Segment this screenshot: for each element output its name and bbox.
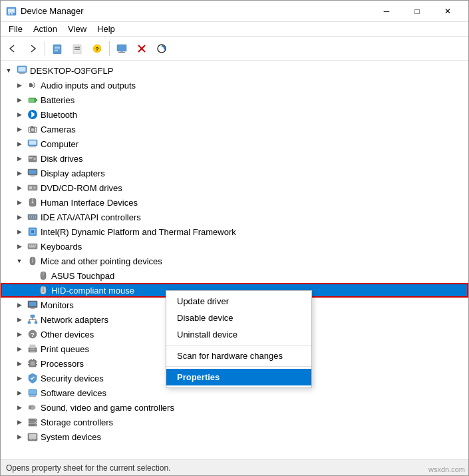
tree-item-display[interactable]: ▶ Display adapters xyxy=(1,166,468,180)
tree-item-system[interactable]: ▶ System devices xyxy=(1,429,468,444)
context-update-driver[interactable]: Update driver xyxy=(166,293,311,310)
tree-item-storage[interactable]: ▶ Storage controllers xyxy=(1,415,468,429)
expand-mice[interactable]: ▼ xyxy=(14,256,25,266)
svg-rect-38 xyxy=(29,157,33,158)
expand-other[interactable]: ▶ xyxy=(14,329,25,340)
svg-rect-23 xyxy=(19,73,25,73)
expand-root[interactable]: ▼ xyxy=(3,65,14,76)
tree-item-storage-label: Storage controllers xyxy=(41,417,113,427)
forward-button[interactable] xyxy=(23,39,42,58)
svg-rect-78 xyxy=(28,322,31,324)
expand-intel[interactable]: ▶ xyxy=(14,226,25,237)
monitors-icon xyxy=(27,300,38,310)
svg-rect-95 xyxy=(36,364,37,365)
device-tree[interactable]: ▼ DESKTOP-O3FGFLP ▶ xyxy=(1,61,468,459)
expand-cameras[interactable]: ▶ xyxy=(14,124,25,134)
expand-computer[interactable]: ▶ xyxy=(14,138,25,149)
svg-rect-111 xyxy=(33,439,35,440)
svg-rect-77 xyxy=(31,315,35,318)
expand-storage[interactable]: ▶ xyxy=(14,417,25,427)
close-button[interactable]: ✕ xyxy=(432,1,463,22)
context-disable-device[interactable]: Disable device xyxy=(166,310,311,326)
expand-processor[interactable]: ▶ xyxy=(14,358,25,369)
security-icon xyxy=(27,373,38,383)
tree-item-sound[interactable]: ▶ Sound, video and game controllers xyxy=(1,400,468,415)
svg-rect-97 xyxy=(33,359,35,360)
expand-disk[interactable]: ▶ xyxy=(14,153,25,164)
tree-item-batteries[interactable]: ▶ Batteries xyxy=(1,93,468,107)
tree-item-root-label: DESKTOP-O3FGFLP xyxy=(30,66,113,76)
expand-monitors[interactable]: ▶ xyxy=(14,300,25,310)
expand-print[interactable]: ▶ xyxy=(14,344,25,354)
context-scan-hardware[interactable]: Scan for hardware changes xyxy=(166,348,311,364)
context-uninstall-device[interactable]: Uninstall device xyxy=(166,326,311,343)
update-driver-toolbar-button[interactable] xyxy=(68,39,86,58)
menu-bar: File Action View Help xyxy=(1,22,468,37)
expand-display[interactable]: ▶ xyxy=(14,168,25,178)
tree-item-bluetooth[interactable]: ▶ Bluetooth xyxy=(1,107,468,122)
tree-item-computer[interactable]: ▶ Computer xyxy=(1,136,468,151)
tree-item-asus-touchpad[interactable]: ▶ ASUS Touchpad xyxy=(1,268,468,283)
computer-toolbar-button[interactable] xyxy=(112,39,131,58)
help-toolbar-button[interactable]: ? xyxy=(88,39,106,58)
svg-rect-87 xyxy=(30,345,35,348)
tree-item-dvd[interactable]: ▶ DVD/CD-ROM drives xyxy=(1,180,468,195)
tree-item-audio[interactable]: ▶ Audio inputs and outputs xyxy=(1,78,468,93)
svg-rect-109 xyxy=(29,434,37,439)
expand-batteries[interactable]: ▶ xyxy=(14,95,25,105)
audio-icon xyxy=(27,80,38,91)
scan-toolbar-button[interactable] xyxy=(152,39,171,58)
tree-item-mice[interactable]: ▼ Mice and other pointing devices xyxy=(1,254,468,268)
menu-action[interactable]: Action xyxy=(28,23,63,35)
computer-item-icon xyxy=(27,138,38,149)
svg-rect-35 xyxy=(29,146,36,147)
tree-item-hid-label: Human Interface Devices xyxy=(41,198,138,208)
context-properties[interactable]: Properties xyxy=(166,369,311,385)
expand-keyboards[interactable]: ▶ xyxy=(14,241,25,252)
svg-rect-27 xyxy=(29,99,34,102)
expand-ide[interactable]: ▶ xyxy=(14,212,25,222)
tree-item-intel-label: Intel(R) Dynamic Platform and Thermal Fr… xyxy=(41,227,236,237)
expand-system[interactable]: ▶ xyxy=(14,431,25,442)
svg-rect-55 xyxy=(34,216,35,218)
svg-rect-62 xyxy=(33,245,34,246)
uninstall-toolbar-button[interactable] xyxy=(132,39,151,58)
touchpad-icon xyxy=(38,270,49,281)
expand-audio[interactable]: ▶ xyxy=(14,80,25,91)
processor-icon xyxy=(27,358,38,369)
software-icon xyxy=(27,387,38,398)
svg-rect-79 xyxy=(35,322,37,324)
menu-file[interactable]: File xyxy=(3,23,28,35)
maximize-button[interactable]: □ xyxy=(402,1,432,22)
svg-rect-26 xyxy=(36,99,37,101)
hid-icon xyxy=(27,197,38,208)
tree-item-root[interactable]: ▼ DESKTOP-O3FGFLP xyxy=(1,63,468,78)
properties-toolbar-button[interactable] xyxy=(48,39,67,58)
expand-hid[interactable]: ▶ xyxy=(14,197,25,208)
menu-help[interactable]: Help xyxy=(92,23,120,35)
tree-item-hid[interactable]: ▶ Human Interface Devices xyxy=(1,195,468,210)
title-bar: Device Manager ─ □ ✕ xyxy=(1,1,468,22)
expand-software[interactable]: ▶ xyxy=(14,387,25,398)
tree-item-disk[interactable]: ▶ Disk drives xyxy=(1,151,468,166)
svg-point-106 xyxy=(35,422,36,423)
expand-sound[interactable]: ▶ xyxy=(14,402,25,413)
menu-view[interactable]: View xyxy=(63,23,92,35)
tree-item-processor-label: Processors xyxy=(41,359,84,369)
sound-icon xyxy=(27,402,38,413)
svg-rect-100 xyxy=(29,396,36,397)
window-title: Device Manager xyxy=(21,6,371,16)
svg-rect-15 xyxy=(120,51,123,52)
tree-item-intel[interactable]: ▶ Intel(R) Dynamic Platform and Thermal … xyxy=(1,224,468,239)
tree-item-software-label: Software devices xyxy=(41,388,106,398)
expand-network[interactable]: ▶ xyxy=(14,314,25,325)
expand-dvd[interactable]: ▶ xyxy=(14,182,25,193)
tree-item-cameras[interactable]: ▶ Cameras xyxy=(1,122,468,136)
expand-security[interactable]: ▶ xyxy=(14,373,25,383)
tree-item-keyboards[interactable]: ▶ Keyboards xyxy=(1,239,468,254)
expand-bluetooth[interactable]: ▶ xyxy=(14,109,25,120)
back-button[interactable] xyxy=(3,39,22,58)
tree-item-ide[interactable]: ▶ IDE ATA/ATAPI controllers xyxy=(1,210,468,224)
dvd-icon xyxy=(27,182,38,193)
minimize-button[interactable]: ─ xyxy=(371,1,402,22)
